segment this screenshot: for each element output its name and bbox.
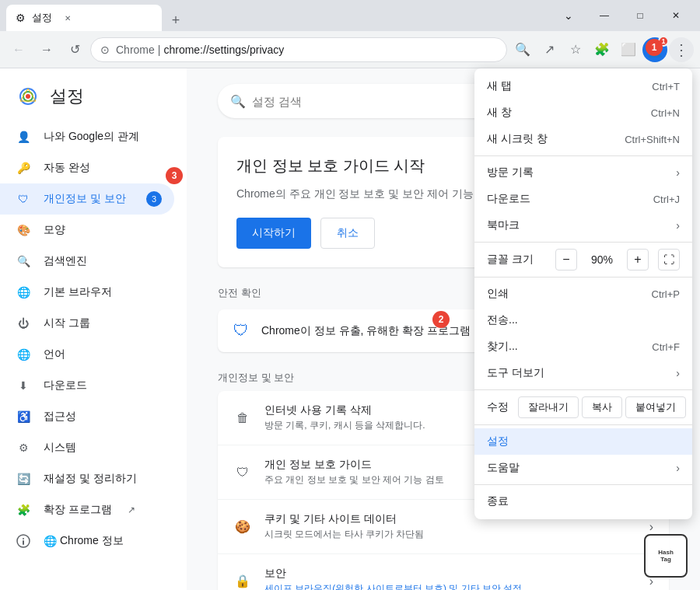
security-text-block: 보안 세이프 브라우징(위험한 사이트로부터 보호) 및 기타 보안 설정	[264, 567, 637, 590]
sidebar-item-label-downloads: 다운로드	[44, 379, 87, 393]
more-tools-arrow: ›	[676, 367, 680, 379]
accessibility-nav-icon: ♿	[16, 409, 31, 424]
menu-item-new-window[interactable]: 새 창 Ctrl+N	[474, 99, 692, 126]
new-tab-shortcut: Ctrl+T	[652, 81, 680, 93]
window-minimize-button[interactable]: ⌄	[551, 3, 586, 28]
external-link-icon: ↗	[128, 504, 135, 515]
new-tab-label: 새 탭	[487, 79, 512, 93]
menu-item-history[interactable]: 방문 기록 ›	[474, 159, 692, 186]
profile-nav-icon: 👤	[16, 129, 31, 145]
sidebar-item-extensions[interactable]: 🧩 확장 프로그램 ↗	[0, 494, 174, 525]
sidebar-item-label-languages: 언어	[44, 347, 65, 361]
zoom-expand-button[interactable]: ⛶	[658, 249, 680, 271]
reload-button[interactable]: ↺	[62, 37, 87, 62]
menu-item-incognito[interactable]: 새 시크릿 창 Ctrl+Shift+N	[474, 126, 692, 152]
window-close-button[interactable]: ✕	[658, 3, 694, 28]
active-tab[interactable]: ⚙ 설정 ✕	[6, 5, 162, 31]
help-label: 도움말	[487, 461, 520, 475]
forward-button[interactable]: →	[34, 37, 59, 62]
bookmarks-arrow: ›	[676, 219, 680, 232]
menu-divider-3	[474, 277, 692, 278]
site-security-icon: ⊙	[100, 44, 110, 56]
sidebar-item-appearance[interactable]: 🎨 모양	[0, 215, 174, 246]
cookies-icon: 🍪	[233, 518, 252, 536]
menu-item-exit[interactable]: 종료	[474, 488, 692, 515]
system-nav-icon: ⚙	[16, 440, 31, 456]
tutorial-badge-1: 1	[646, 39, 663, 56]
appearance-nav-icon: 🎨	[16, 222, 31, 238]
menu-item-new-tab[interactable]: 새 탭 Ctrl+T	[474, 73, 692, 99]
more-menu-button[interactable]: ⋮	[669, 37, 694, 62]
sidebar-item-about[interactable]: 🌐 Chrome 정보	[0, 525, 174, 557]
watermark-line1: Hash	[658, 549, 674, 556]
svg-point-2	[26, 94, 30, 99]
tab-close-button[interactable]: ✕	[61, 12, 74, 24]
search-button[interactable]: 🔍	[510, 37, 535, 62]
back-button[interactable]: ←	[6, 37, 31, 62]
startup-nav-icon: ⏻	[16, 316, 31, 331]
sidebar-item-languages[interactable]: 🌐 언어	[0, 339, 174, 370]
sidebar-item-system[interactable]: ⚙ 시스템	[0, 432, 174, 463]
address-path: chrome://settings/privacy	[163, 44, 284, 56]
paste-button[interactable]: 붙여넣기	[625, 396, 686, 418]
start-guide-button[interactable]: 시작하기	[236, 218, 311, 249]
sidebar-item-profile[interactable]: 👤 나와 Google의 관계	[0, 121, 174, 152]
zoom-plus-button[interactable]: +	[627, 249, 649, 271]
security-shield-icon: 🛡	[233, 322, 249, 340]
menu-item-cast[interactable]: 전송...	[474, 307, 692, 333]
menu-item-settings[interactable]: 설정	[474, 428, 692, 455]
menu-item-print[interactable]: 인쇄 Ctrl+P	[474, 281, 692, 307]
about-nav-icon	[16, 533, 31, 549]
menu-item-downloads[interactable]: 다운로드 Ctrl+J	[474, 186, 692, 212]
address-bar[interactable]: ⊙ Chrome | chrome://settings/privacy	[90, 37, 507, 62]
window-minimize-button2[interactable]: —	[586, 3, 622, 28]
settings-title: 설정	[50, 85, 84, 108]
share-button[interactable]: ↗	[537, 37, 562, 62]
bookmark-button[interactable]: ☆	[563, 37, 588, 62]
extensions-button[interactable]: 🧩	[590, 37, 614, 62]
menu-item-find[interactable]: 찾기... Ctrl+F	[474, 333, 692, 360]
sidebar-item-label-startup: 시작 그룹	[44, 316, 90, 330]
sidebar-item-search[interactable]: 🔍 검색엔진	[0, 246, 174, 277]
menu-item-more-tools[interactable]: 도구 더보기 ›	[474, 360, 692, 386]
sidebar-item-accessibility[interactable]: ♿ 접근성	[0, 401, 174, 432]
sidebar-item-label-autofill: 자동 완성	[44, 161, 90, 175]
tab-favicon: ⚙	[16, 12, 26, 24]
sidebar-item-privacy[interactable]: 🛡 개인정보 및 보안 3	[0, 183, 174, 215]
sidebar-item-autofill[interactable]: 🔑 자동 완성	[0, 152, 174, 183]
menu-divider-6	[474, 484, 692, 485]
cut-button[interactable]: 잘라내기	[518, 396, 579, 418]
menu-item-bookmarks[interactable]: 북마크 ›	[474, 212, 692, 239]
downloads-nav-icon: ⬇	[16, 378, 31, 393]
print-label: 인쇄	[487, 287, 509, 301]
window-maximize-button[interactable]: □	[622, 3, 658, 28]
sidebar-item-label-extensions: 확장 프로그램	[44, 503, 112, 517]
context-menu: 새 탭 Ctrl+T 새 창 Ctrl+N 새 시크릿 창 Ctrl+Shift…	[474, 68, 692, 519]
address-separator: |	[158, 44, 161, 56]
help-arrow: ›	[676, 462, 680, 474]
incognito-label: 새 시크릿 창	[487, 132, 548, 146]
zoom-minus-button[interactable]: −	[555, 249, 577, 271]
more-tools-label: 도구 더보기	[487, 366, 544, 380]
cancel-guide-button[interactable]: 취소	[320, 218, 375, 249]
new-tab-button[interactable]: +	[165, 9, 187, 31]
tab-title: 설정	[32, 11, 52, 25]
tutorial-badge-2: 2	[432, 311, 450, 328]
chrome-icon: 🌐	[44, 535, 57, 547]
nav-actions: 🔍 ↗ ☆ 🧩 ⬜ 👤 1 ⋮	[510, 37, 694, 62]
zoom-control: 글꼴 크기 − 90% + ⛶	[474, 246, 692, 274]
history-label: 방문 기록	[487, 166, 534, 180]
downloads-shortcut: Ctrl+J	[653, 194, 680, 205]
sidebar-item-reset[interactable]: 🔄 재설정 및 정리하기	[0, 463, 174, 494]
copy-button[interactable]: 복사	[582, 396, 622, 418]
security-desc: 세이프 브라우징(위험한 사이트로부터 보호) 및 기타 보안 설정	[264, 582, 637, 590]
sidebar-item-startup[interactable]: ⏻ 시작 그룹	[0, 308, 174, 339]
title-bar: ⚙ 설정 ✕ + ⌄ — □ ✕	[0, 0, 700, 31]
settings-search-icon: 🔍	[230, 94, 246, 109]
split-button[interactable]: ⬜	[616, 37, 641, 62]
languages-nav-icon: 🌐	[16, 347, 31, 362]
list-item-security[interactable]: 🔒 보안 세이프 브라우징(위험한 사이트로부터 보호) 및 기타 보안 설정 …	[218, 554, 669, 590]
sidebar-item-default-browser[interactable]: 🌐 기본 브라우저	[0, 277, 174, 308]
menu-item-help[interactable]: 도움말 ›	[474, 455, 692, 481]
sidebar-item-downloads[interactable]: ⬇ 다운로드	[0, 370, 174, 401]
